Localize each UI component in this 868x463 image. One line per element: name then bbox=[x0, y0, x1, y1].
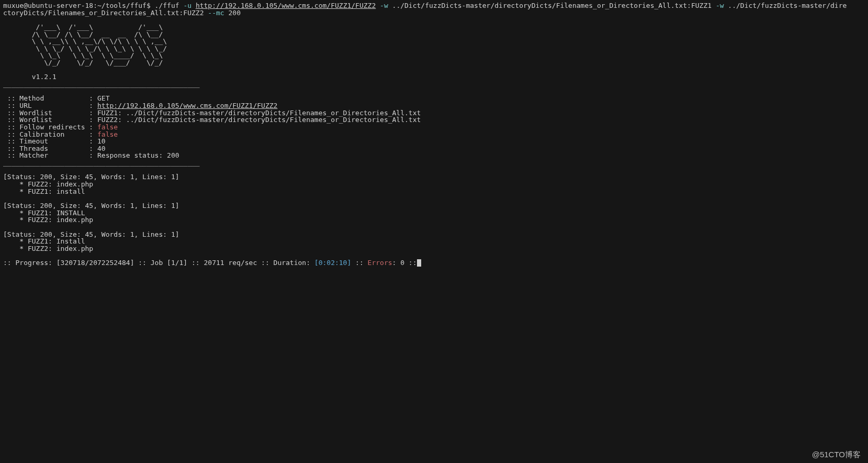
result-detail: * FUZZ1: install bbox=[3, 188, 85, 195]
wordlist-arg-2b: ctoryDicts/Filenames_or_Directories_All.… bbox=[3, 9, 204, 17]
watermark: @51CTO博客 bbox=[812, 450, 861, 459]
flag-mc: --mc bbox=[208, 9, 224, 17]
progress-line: :: Progress: [320718/2072252484] :: Job … bbox=[3, 259, 421, 267]
cursor-icon bbox=[417, 259, 421, 267]
terminal-output: muxue@ubuntu-server-18:~/tools/ffuf$ ./f… bbox=[0, 0, 868, 269]
result-detail: * FUZZ2: index.php bbox=[3, 216, 93, 224]
progress-duration: [0:02:10] bbox=[314, 259, 351, 267]
result-detail: * FUZZ2: index.php bbox=[3, 245, 93, 252]
progress-errors-label: Errors bbox=[368, 259, 392, 267]
wordlist-arg-1: ../Dict/fuzzDicts-master/directoryDicts/… bbox=[392, 2, 712, 9]
flag-w1: -w bbox=[380, 2, 388, 9]
rule-line: ________________________________________… bbox=[3, 80, 200, 88]
ascii-art-line: \/_/ \/_/ \/___/ \/_/ bbox=[3, 59, 163, 67]
rule-line: ________________________________________… bbox=[3, 159, 200, 167]
prompt-line-2[interactable]: ctoryDicts/Filenames_or_Directories_All.… bbox=[3, 9, 241, 17]
flag-w2: -w bbox=[716, 2, 724, 9]
mc-value: 200 bbox=[228, 9, 240, 17]
wordlist-arg-2a: ../Dict/fuzzDicts-master/dire bbox=[728, 2, 847, 9]
